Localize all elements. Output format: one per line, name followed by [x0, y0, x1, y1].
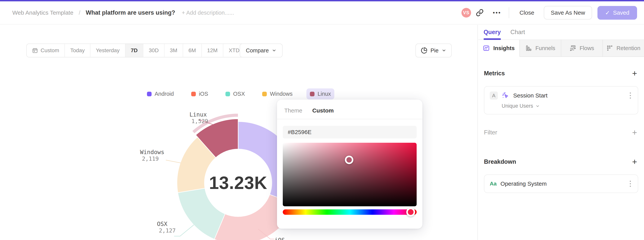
page-title[interactable]: What platform are users using?	[86, 9, 175, 16]
metric-menu-button[interactable]	[628, 92, 632, 99]
tab-query[interactable]: Query	[484, 25, 501, 40]
range-today[interactable]: Today	[64, 44, 90, 57]
filter-section-header: Filter +	[484, 128, 638, 137]
header-divider	[509, 7, 509, 18]
metric-aggregation-label: Unique Users	[502, 103, 533, 109]
connector-osx	[174, 225, 194, 236]
metric-name: Session Start	[513, 92, 624, 99]
saved-button-label: Saved	[613, 10, 630, 16]
range-30d[interactable]: 30D	[143, 44, 164, 57]
close-button[interactable]: Close	[514, 7, 539, 19]
header-bar: Web Analytics Template / What platform a…	[0, 1, 644, 25]
query-sidebar: Query Chart Insights Funnels Flows Reten…	[478, 25, 644, 240]
metric-card[interactable]: A Session Start Unique Users	[484, 86, 638, 114]
breadcrumb-separator: /	[79, 10, 80, 16]
chevron-down-icon	[536, 104, 540, 108]
range-6m[interactable]: 6M	[183, 44, 202, 57]
save-as-new-button[interactable]: Save As New	[544, 6, 592, 20]
tab-chart[interactable]: Chart	[510, 25, 525, 40]
add-description-link[interactable]: + Add description......	[182, 10, 234, 16]
picker-tab-custom[interactable]: Custom	[312, 107, 334, 114]
slice-label-linux: Linux 1,529	[190, 111, 208, 125]
top-accent-line	[0, 0, 644, 1]
connector-windows	[166, 160, 181, 163]
add-filter-button[interactable]: +	[631, 128, 638, 137]
chevron-down-icon	[442, 48, 446, 53]
breakdown-name: Operating System	[500, 180, 624, 187]
link-icon	[476, 9, 484, 17]
metric-aggregation-dropdown[interactable]: Unique Users	[490, 103, 632, 109]
chevron-down-icon	[272, 48, 276, 53]
retention-icon	[606, 45, 613, 52]
filter-title: Filter	[484, 129, 497, 136]
legend-swatch-osx	[226, 92, 230, 96]
pie-chart-icon	[421, 47, 428, 54]
mode-flows[interactable]: Flows	[561, 40, 603, 57]
picker-tab-theme[interactable]: Theme	[284, 107, 302, 114]
ellipsis-icon: •••	[493, 10, 501, 16]
mode-funnels[interactable]: Funnels	[520, 40, 561, 57]
more-menu-button[interactable]: •••	[488, 10, 506, 16]
chart-panel: Custom Today Yesterday 7D 30D 3M 6M 12M …	[0, 25, 478, 240]
add-metric-button[interactable]: +	[631, 69, 638, 78]
chart-type-button[interactable]: Pie	[416, 44, 452, 57]
breadcrumb: Web Analytics Template / What platform a…	[0, 9, 234, 16]
legend-swatch-linux	[310, 92, 314, 96]
compare-label: Compare	[246, 47, 269, 54]
range-7d[interactable]: 7D	[125, 44, 143, 57]
metrics-title: Metrics	[484, 70, 505, 77]
range-custom-label: Custom	[40, 47, 59, 54]
insights-icon	[483, 45, 490, 52]
analysis-mode-tabs: Insights Funnels Flows Retention	[478, 40, 644, 57]
date-range-group: Custom Today Yesterday 7D 30D 3M 6M 12M …	[26, 44, 252, 57]
color-picker-tabs: Theme Custom	[277, 100, 422, 119]
check-icon: ✓	[605, 10, 610, 16]
share-link-button[interactable]	[471, 9, 488, 17]
breakdown-title: Breakdown	[484, 158, 516, 165]
slice-label-osx: OSX 2,127	[157, 220, 176, 234]
legend-swatch-ios	[191, 92, 196, 96]
string-property-icon: Aa	[490, 181, 497, 187]
sidebar-content: Metrics + A Session Start Unique Users F…	[478, 69, 644, 193]
hue-slider-handle[interactable]	[406, 208, 415, 216]
breakdown-card[interactable]: Aa Operating System	[484, 174, 638, 193]
avatar[interactable]: VS	[462, 8, 471, 18]
compare-button[interactable]: Compare	[240, 44, 282, 57]
saved-button[interactable]: ✓ Saved	[598, 6, 637, 20]
breadcrumb-root[interactable]: Web Analytics Template	[12, 10, 73, 16]
sidebar-tabs: Query Chart	[478, 25, 644, 40]
legend-swatch-android	[147, 92, 152, 96]
funnels-icon	[525, 45, 532, 52]
calendar-icon	[32, 48, 38, 53]
flows-icon	[570, 45, 576, 52]
mode-retention[interactable]: Retention	[603, 40, 644, 57]
slice-label-windows: Windows 2,119	[140, 149, 164, 162]
add-breakdown-button[interactable]: +	[631, 158, 638, 166]
app-window: Web Analytics Template / What platform a…	[0, 0, 644, 240]
range-xtd-label: XTD	[229, 47, 240, 54]
hex-color-input[interactable]	[283, 126, 417, 138]
mode-flows-label: Flows	[580, 45, 594, 52]
range-custom[interactable]: Custom	[27, 44, 64, 57]
range-3m[interactable]: 3M	[164, 44, 183, 57]
color-cursor[interactable]	[345, 156, 353, 164]
hue-slider[interactable]	[283, 209, 417, 215]
chart-type-label: Pie	[430, 47, 438, 54]
metrics-section-header: Metrics +	[484, 69, 638, 78]
event-click-icon	[502, 92, 509, 99]
range-yesterday[interactable]: Yesterday	[90, 44, 125, 57]
mode-retention-label: Retention	[616, 45, 640, 52]
breakdown-section-header: Breakdown +	[484, 158, 638, 166]
range-12m[interactable]: 12M	[202, 44, 223, 57]
breakdown-menu-button[interactable]	[628, 180, 632, 188]
header-actions: VS ••• Close Save As New ✓ Saved	[462, 1, 637, 24]
mode-insights-label: Insights	[493, 45, 514, 52]
color-picker-popup: Theme Custom	[277, 100, 422, 229]
mode-insights[interactable]: Insights	[478, 40, 520, 57]
metric-series-badge: A	[490, 92, 498, 100]
mode-funnels-label: Funnels	[535, 45, 555, 52]
slice-label-ios: iOS 3,402	[274, 237, 293, 240]
saturation-value-area[interactable]	[283, 143, 417, 206]
legend-swatch-windows	[262, 92, 267, 96]
